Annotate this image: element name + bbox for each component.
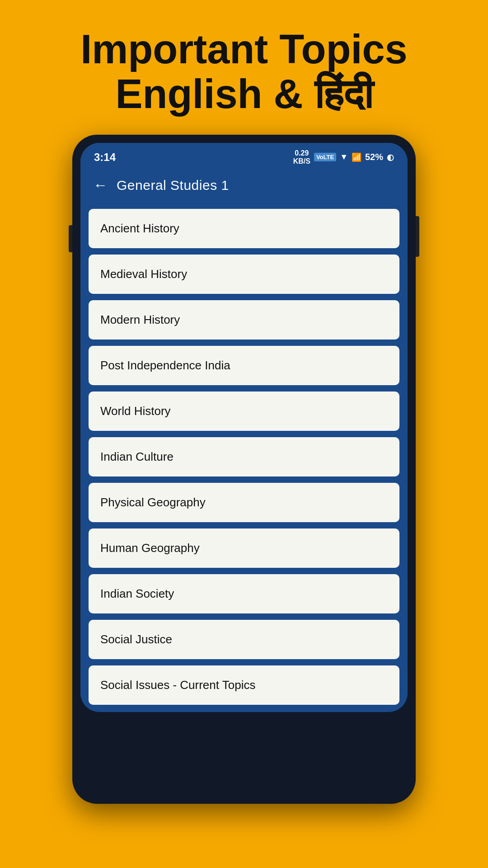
topic-item[interactable]: Indian Society: [89, 574, 399, 613]
topic-label: Indian Culture: [100, 450, 174, 463]
header-title: Important Topics English & हिंदी: [18, 27, 470, 117]
topic-item[interactable]: Medieval History: [89, 255, 399, 294]
topic-item[interactable]: World History: [89, 392, 399, 431]
back-button[interactable]: ←: [93, 177, 108, 193]
status-time: 3:14: [94, 151, 116, 164]
topic-label: Post Independence India: [100, 359, 230, 372]
signal-icon: 📶: [352, 152, 361, 162]
volte-badge: VoLTE: [314, 153, 336, 161]
data-speed: 0.29 KB/S: [293, 149, 310, 165]
app-bar-title: General Studies 1: [117, 178, 229, 193]
side-button-left: [69, 225, 72, 252]
battery-indicator: 52%: [365, 152, 383, 162]
side-button-right: [416, 216, 419, 257]
topic-label: Indian Society: [100, 587, 174, 600]
topic-list: Ancient HistoryMedieval HistoryModern Hi…: [80, 202, 408, 712]
header-line2: English & हिंदी: [115, 71, 372, 117]
wifi-icon: ▼: [340, 152, 348, 162]
topic-item[interactable]: Indian Culture: [89, 437, 399, 476]
topic-label: Social Justice: [100, 632, 172, 646]
phone-mockup: 3:14 0.29 KB/S VoLTE ▼ 📶 52% ◐ ← General…: [72, 135, 416, 804]
topic-item[interactable]: Post Independence India: [89, 346, 399, 385]
topic-item[interactable]: Social Justice: [89, 620, 399, 659]
topic-label: Human Geography: [100, 541, 200, 555]
status-bar: 3:14 0.29 KB/S VoLTE ▼ 📶 52% ◐: [80, 143, 408, 169]
topic-label: Social Issues - Current Topics: [100, 678, 255, 692]
topic-item[interactable]: Physical Geography: [89, 483, 399, 522]
topic-label: Modern History: [100, 313, 180, 326]
battery-icon: ◐: [387, 152, 394, 162]
topic-label: Medieval History: [100, 267, 187, 281]
topic-item[interactable]: Modern History: [89, 300, 399, 340]
header-line1: Important Topics: [80, 27, 407, 72]
phone-screen: 3:14 0.29 KB/S VoLTE ▼ 📶 52% ◐ ← General…: [80, 143, 408, 712]
app-bar: ← General Studies 1: [80, 169, 408, 202]
topic-label: Ancient History: [100, 222, 179, 235]
topic-item[interactable]: Human Geography: [89, 528, 399, 568]
topic-label: World History: [100, 404, 171, 418]
header-section: Important Topics English & हिंदी: [0, 0, 488, 135]
topic-item[interactable]: Ancient History: [89, 209, 399, 248]
topic-label: Physical Geography: [100, 495, 206, 509]
status-icons: 0.29 KB/S VoLTE ▼ 📶 52% ◐: [293, 149, 394, 165]
topic-item[interactable]: Social Issues - Current Topics: [89, 665, 399, 705]
